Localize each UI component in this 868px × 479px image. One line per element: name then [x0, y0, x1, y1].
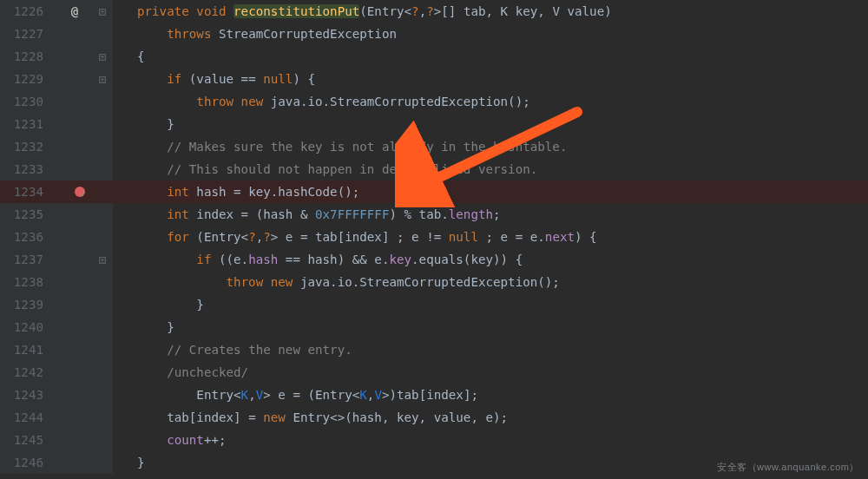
- code-line[interactable]: 1230 throw new java.io.StreamCorruptedEx…: [0, 90, 868, 113]
- gutter-marker-area[interactable]: [52, 248, 97, 271]
- code-content[interactable]: }: [113, 316, 868, 338]
- gutter-marker-area[interactable]: [52, 293, 97, 316]
- gutter-marker-area[interactable]: [52, 338, 97, 361]
- gutter-marker-area[interactable]: ✓: [52, 180, 97, 203]
- fold-gutter[interactable]: [97, 113, 113, 135]
- code-line[interactable]: 1233 // This should not happen in deseri…: [0, 158, 868, 180]
- code-content[interactable]: throws StreamCorruptedException: [113, 23, 868, 45]
- code-content[interactable]: private void reconstitutionPut(Entry<?,?…: [113, 0, 868, 23]
- gutter-marker-area[interactable]: [52, 316, 97, 338]
- gutter-marker-area[interactable]: [52, 203, 97, 226]
- gutter-marker-area[interactable]: [52, 45, 97, 68]
- code-line[interactable]: 1238 throw new java.io.StreamCorruptedEx…: [0, 271, 868, 293]
- fold-gutter[interactable]: [97, 293, 113, 316]
- code-content[interactable]: if ((e.hash == hash) && e.key.equals(key…: [113, 248, 868, 271]
- code-line[interactable]: 1227 throws StreamCorruptedException: [0, 23, 868, 45]
- code-content[interactable]: int hash = key.hashCode();: [113, 180, 868, 203]
- fold-gutter[interactable]: [97, 406, 113, 429]
- code-content[interactable]: Entry<K,V> e = (Entry<K,V>)tab[index];: [113, 384, 868, 406]
- code-line[interactable]: 1232 // Makes sure the key is not alread…: [0, 135, 868, 158]
- gutter-marker-area[interactable]: [52, 384, 97, 406]
- gutter-marker-area[interactable]: [52, 226, 97, 248]
- token-ident: ;: [493, 207, 501, 221]
- token-ident: Entry<>(hash, key, value, e);: [293, 410, 508, 424]
- gutter-marker-area[interactable]: [52, 113, 97, 135]
- code-line[interactable]: 1237- if ((e.hash == hash) && e.key.equa…: [0, 248, 868, 271]
- token-type: K: [241, 388, 249, 402]
- gutter-marker-area[interactable]: [52, 135, 97, 158]
- code-line[interactable]: 1235 int index = (hash & 0x7FFFFFFF) % t…: [0, 203, 868, 226]
- code-content[interactable]: /unchecked/: [113, 361, 868, 384]
- code-content[interactable]: }: [113, 293, 868, 316]
- code-line[interactable]: 1239 }: [0, 293, 868, 316]
- gutter-marker-area[interactable]: [52, 361, 97, 384]
- code-content[interactable]: throw new java.io.StreamCorruptedExcepti…: [113, 90, 868, 113]
- fold-gutter[interactable]: [97, 271, 113, 293]
- code-content[interactable]: // Makes sure the key is not already in …: [113, 135, 868, 158]
- code-fold-icon[interactable]: -: [99, 54, 106, 61]
- gutter-marker-area[interactable]: [52, 451, 97, 474]
- fold-gutter[interactable]: [97, 90, 113, 113]
- fold-gutter[interactable]: [97, 361, 113, 384]
- code-content[interactable]: int index = (hash & 0x7FFFFFFF) % tab.le…: [113, 203, 868, 226]
- fold-gutter[interactable]: [97, 158, 113, 180]
- gutter-marker-area[interactable]: [52, 158, 97, 180]
- code-content[interactable]: {: [113, 45, 868, 68]
- fold-gutter[interactable]: [97, 180, 113, 203]
- fold-gutter[interactable]: -: [97, 0, 113, 23]
- line-number: 1239: [0, 293, 52, 316]
- code-line[interactable]: 1234✓ int hash = key.hashCode();: [0, 180, 868, 203]
- code-content[interactable]: throw new java.io.StreamCorruptedExcepti…: [113, 271, 868, 293]
- code-content[interactable]: tab[index] = new Entry<>(hash, key, valu…: [113, 406, 868, 429]
- gutter-marker-area[interactable]: [52, 429, 97, 451]
- token-cmnt: // Makes sure the key is not already in …: [167, 140, 567, 154]
- code-line[interactable]: 1244 tab[index] = new Entry<>(hash, key,…: [0, 406, 868, 429]
- fold-gutter[interactable]: [97, 135, 113, 158]
- code-line[interactable]: 1236 for (Entry<?,?> e = tab[index] ; e …: [0, 226, 868, 248]
- code-fold-icon[interactable]: -: [99, 76, 106, 83]
- code-line[interactable]: 1228-{: [0, 45, 868, 68]
- code-content[interactable]: // Creates the new entry.: [113, 338, 868, 361]
- fold-gutter[interactable]: [97, 23, 113, 45]
- code-content[interactable]: count++;: [113, 429, 868, 451]
- code-line[interactable]: 1241 // Creates the new entry.: [0, 338, 868, 361]
- line-number: 1235: [0, 203, 52, 226]
- code-content[interactable]: if (value == null) {: [113, 68, 868, 90]
- fold-gutter[interactable]: -: [97, 248, 113, 271]
- token-ident: >[] tab, K key, V value): [434, 4, 612, 18]
- token-ident: ,: [256, 230, 264, 244]
- code-content[interactable]: for (Entry<?,?> e = tab[index] ; e != nu…: [113, 226, 868, 248]
- fold-gutter[interactable]: [97, 338, 113, 361]
- fold-gutter[interactable]: [97, 384, 113, 406]
- token-kw: ?: [426, 4, 434, 18]
- code-line[interactable]: 1226@-private void reconstitutionPut(Ent…: [0, 0, 868, 23]
- fold-gutter[interactable]: [97, 429, 113, 451]
- gutter-marker-area[interactable]: [52, 23, 97, 45]
- code-line[interactable]: 1240 }: [0, 316, 868, 338]
- token-kw: void: [196, 4, 233, 18]
- fold-gutter[interactable]: -: [97, 45, 113, 68]
- code-editor[interactable]: 1226@-private void reconstitutionPut(Ent…: [0, 0, 868, 479]
- token-ident: (Entry<: [359, 4, 411, 18]
- override-marker-icon[interactable]: @: [71, 4, 79, 18]
- code-fold-icon[interactable]: -: [99, 257, 106, 264]
- code-fold-icon[interactable]: -: [99, 9, 106, 16]
- fold-gutter[interactable]: [97, 451, 113, 474]
- code-line[interactable]: 1242 /unchecked/: [0, 361, 868, 384]
- fold-gutter[interactable]: [97, 316, 113, 338]
- gutter-marker-area[interactable]: [52, 406, 97, 429]
- token-ident: ) % tab.: [389, 207, 448, 221]
- code-line[interactable]: 1229- if (value == null) {: [0, 68, 868, 90]
- fold-gutter[interactable]: [97, 203, 113, 226]
- gutter-marker-area[interactable]: [52, 68, 97, 90]
- fold-gutter[interactable]: -: [97, 68, 113, 90]
- gutter-marker-area[interactable]: [52, 90, 97, 113]
- code-content[interactable]: }: [113, 113, 868, 135]
- code-line[interactable]: 1243 Entry<K,V> e = (Entry<K,V>)tab[inde…: [0, 384, 868, 406]
- code-line[interactable]: 1231 }: [0, 113, 868, 135]
- code-line[interactable]: 1245 count++;: [0, 429, 868, 451]
- gutter-marker-area[interactable]: @: [52, 0, 97, 23]
- gutter-marker-area[interactable]: [52, 271, 97, 293]
- code-content[interactable]: // This should not happen in deserialize…: [113, 158, 868, 180]
- fold-gutter[interactable]: [97, 226, 113, 248]
